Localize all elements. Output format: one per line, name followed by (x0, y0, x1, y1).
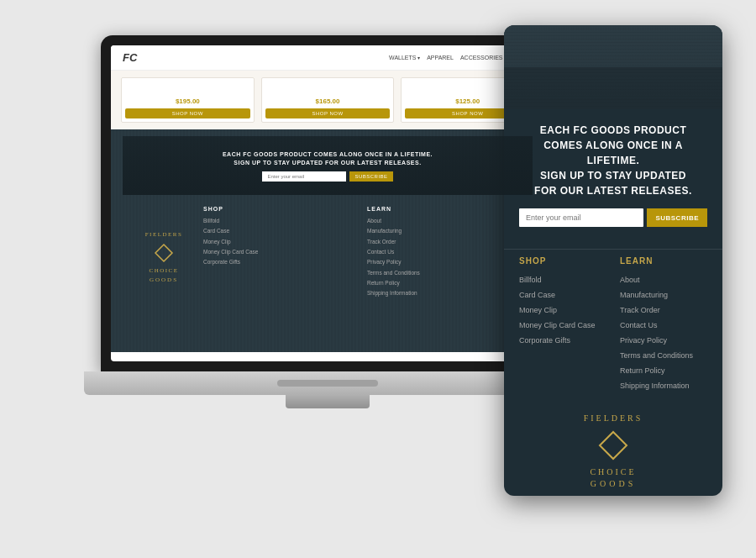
laptop-stand (286, 395, 370, 408)
mobile-email-row: SUBSCRIBE (519, 208, 707, 227)
mobile-hero-content: EACH FC GOODS PRODUCT COMES ALONG ONCE I… (504, 109, 722, 249)
footer-email-row: SUBSCRIBE (262, 171, 392, 182)
footer-hero-text: EACH FC GOODS PRODUCT COMES ALONG ONCE I… (223, 150, 433, 168)
laptop-base (84, 371, 571, 395)
mobile-learn-title: LEARN (620, 256, 707, 266)
footer-link-shipping[interactable]: Shipping Information (367, 288, 521, 298)
footer-subscribe-btn[interactable]: SUBSCRIBE (349, 171, 392, 182)
mobile-logo-goods: GOODS (591, 479, 636, 488)
footer-logo-goods: GOODS (150, 276, 178, 283)
nav-accessories[interactable]: ACCESSORIES (460, 55, 507, 61)
laptop-screen: FC WALLETS APPAREL ACCESSORIES HATS $195… (101, 35, 554, 371)
nav-wallets[interactable]: WALLETS (389, 55, 420, 61)
mobile-hero-title: EACH FC GOODS PRODUCT COMES ALONG ONCE I… (519, 123, 707, 198)
footer-link-corporate[interactable]: Corporate Gifts (203, 257, 357, 267)
mobile-link-terms[interactable]: Terms and Conditions (620, 348, 707, 363)
footer-link-manufacturing[interactable]: Manufacturing (367, 226, 521, 236)
mobile-learn-col: LEARN About Manufacturing Track Order Co… (620, 256, 707, 393)
shop-now-btn-1[interactable]: SHOP NOW (125, 108, 250, 118)
site-logo: FC (123, 51, 137, 64)
product-price-3: $125.00 (455, 97, 480, 105)
shop-now-btn-2[interactable]: SHOP NOW (265, 108, 391, 118)
footer-link-about[interactable]: About (367, 216, 521, 226)
footer-link-track[interactable]: Track Order (367, 237, 521, 247)
site-header: FC WALLETS APPAREL ACCESSORIES HATS (111, 45, 544, 71)
footer-learn-col: LEARN About Manufacturing Track Order Co… (367, 206, 521, 299)
footer-link-billfold[interactable]: Billfold (203, 216, 357, 226)
mobile-link-moneyclipcard[interactable]: Money Clip Card Case (519, 318, 606, 333)
mobile-link-contact[interactable]: Contact Us (620, 318, 707, 333)
mobile-link-shipping[interactable]: Shipping Information (620, 378, 707, 393)
footer-logo-bottom: CHOICE (149, 266, 178, 276)
mobile-link-manufacturing[interactable]: Manufacturing (620, 287, 707, 303)
mobile-logo-bottom: CHOICE (590, 466, 636, 479)
footer-shop-col: SHOP Billfold Card Case Money Clip Money… (203, 206, 357, 299)
mobile-link-return[interactable]: Return Policy (620, 363, 707, 378)
mobile-logo-top: FIELDERS (584, 412, 643, 425)
mobile-link-corporate[interactable]: Corporate Gifts (519, 333, 606, 348)
footer-logo-diamond (154, 243, 174, 263)
footer-link-cardcase[interactable]: Card Case (203, 226, 357, 236)
footer-email-input[interactable] (262, 171, 346, 182)
mobile-logo-area: FIELDERS CHOICE GOODS (504, 400, 722, 496)
footer-link-privacy[interactable]: Privacy Policy (367, 257, 521, 267)
product-price-2: $165.00 (316, 97, 340, 105)
site-footer: EACH FC GOODS PRODUCT COMES ALONG ONCE I… (111, 129, 544, 352)
product-card-2: $165.00 SHOP NOW (261, 77, 395, 123)
mobile-mockup: EACH FC GOODS PRODUCT COMES ALONG ONCE I… (504, 25, 722, 496)
footer-link-contact[interactable]: Contact Us (367, 247, 521, 257)
footer-learn-title: LEARN (367, 206, 521, 212)
mobile-link-privacy[interactable]: Privacy Policy (620, 333, 707, 348)
footer-logo-area: FIELDERS CHOICE GOODS (134, 206, 193, 299)
svg-marker-1 (600, 432, 627, 459)
footer-shop-title: SHOP (203, 206, 357, 212)
mobile-hero-image (504, 25, 722, 109)
website-preview: FC WALLETS APPAREL ACCESSORIES HATS $195… (111, 45, 544, 361)
mobile-link-about[interactable]: About (620, 272, 707, 287)
svg-marker-0 (155, 245, 172, 261)
mobile-footer-cols: SHOP Billfold Card Case Money Clip Money… (504, 249, 722, 400)
mobile-subscribe-btn[interactable]: SUBSCRIBE (647, 208, 707, 227)
nav-apparel[interactable]: APPAREL (427, 55, 454, 61)
footer-link-moneyclipcard[interactable]: Money Clip Card Case (203, 247, 357, 257)
product-row: $195.00 SHOP NOW $165.00 SHOP NOW $125.0… (111, 71, 544, 129)
footer-link-terms[interactable]: Terms and Conditions (367, 268, 521, 278)
mobile-link-track[interactable]: Track Order (620, 303, 707, 318)
laptop-mockup: FC WALLETS APPAREL ACCESSORIES HATS $195… (84, 35, 571, 523)
footer-link-moneyclip[interactable]: Money Clip (203, 237, 357, 247)
mobile-email-input[interactable] (519, 208, 643, 227)
footer-hero: EACH FC GOODS PRODUCT COMES ALONG ONCE I… (123, 136, 533, 195)
footer-bottom: FIELDERS CHOICE GOODS SHOP Billfold Card… (123, 199, 533, 306)
mobile-logo-diamond (598, 430, 628, 461)
product-card-1: $195.00 SHOP NOW (121, 77, 255, 123)
footer-link-return[interactable]: Return Policy (367, 278, 521, 288)
product-price-1: $195.00 (176, 97, 200, 105)
footer-logo-top: FIELDERS (145, 230, 183, 240)
